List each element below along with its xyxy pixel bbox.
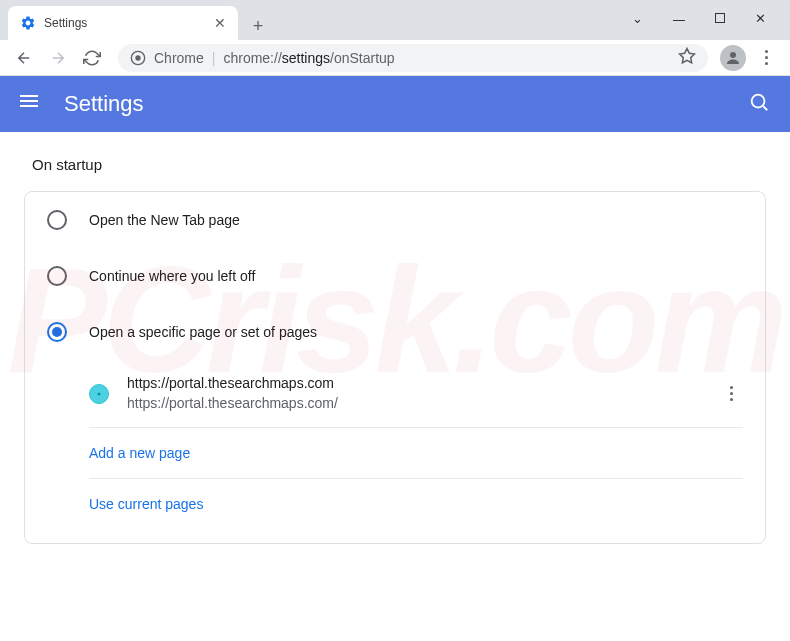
reload-button[interactable] <box>78 44 106 72</box>
startup-card: Open the New Tab page Continue where you… <box>24 191 766 544</box>
page-title: Settings <box>64 91 748 117</box>
window-controls: ⌄ ✕ <box>608 0 790 36</box>
option-continue[interactable]: Continue where you left off <box>25 248 765 304</box>
tab-title: Settings <box>44 16 206 30</box>
chevron-down-icon[interactable]: ⌄ <box>632 11 643 26</box>
settings-header: Settings <box>0 76 790 132</box>
browser-tab[interactable]: Settings ✕ <box>8 6 238 40</box>
svg-line-5 <box>763 106 767 110</box>
hamburger-icon[interactable] <box>20 92 44 116</box>
minimize-button[interactable] <box>673 20 685 21</box>
settings-content: On startup Open the New Tab page Continu… <box>0 132 790 544</box>
radio-icon <box>47 266 67 286</box>
svg-point-3 <box>730 52 736 58</box>
forward-button[interactable] <box>44 44 72 72</box>
bookmark-icon[interactable] <box>678 47 696 69</box>
add-page-link[interactable]: Add a new page <box>89 445 190 461</box>
svg-marker-2 <box>680 48 695 62</box>
page-title-text: https://portal.thesearchmaps.com <box>127 374 719 394</box>
svg-point-4 <box>752 95 765 108</box>
new-tab-button[interactable]: + <box>244 12 272 40</box>
page-info: https://portal.thesearchmaps.com https:/… <box>127 374 719 413</box>
option-label: Open a specific page or set of pages <box>89 324 317 340</box>
section-title: On startup <box>24 156 766 173</box>
back-button[interactable] <box>10 44 38 72</box>
browser-toolbar: Chrome|chrome://settings/onStartup <box>0 40 790 76</box>
page-url-text: https://portal.thesearchmaps.com/ <box>127 394 719 414</box>
browser-menu-button[interactable] <box>752 50 780 65</box>
site-favicon <box>89 384 109 404</box>
close-icon[interactable]: ✕ <box>214 15 226 31</box>
radio-icon <box>47 322 67 342</box>
startup-page-row: https://portal.thesearchmaps.com https:/… <box>89 360 743 428</box>
radio-icon <box>47 210 67 230</box>
maximize-button[interactable] <box>715 13 725 23</box>
use-current-row: Use current pages <box>89 479 743 529</box>
url-display: Chrome|chrome://settings/onStartup <box>154 50 395 66</box>
use-current-link[interactable]: Use current pages <box>89 496 203 512</box>
option-specific-pages[interactable]: Open a specific page or set of pages <box>25 304 765 360</box>
search-icon[interactable] <box>748 91 770 117</box>
option-label: Open the New Tab page <box>89 212 240 228</box>
option-new-tab[interactable]: Open the New Tab page <box>25 192 765 248</box>
window-close-button[interactable]: ✕ <box>755 11 766 26</box>
add-page-row: Add a new page <box>89 428 743 479</box>
profile-button[interactable] <box>720 45 746 71</box>
chrome-icon <box>130 50 146 66</box>
option-label: Continue where you left off <box>89 268 255 284</box>
gear-icon <box>20 15 36 31</box>
startup-pages-list: https://portal.thesearchmaps.com https:/… <box>25 360 765 543</box>
svg-point-1 <box>135 55 140 60</box>
page-menu-button[interactable] <box>719 386 743 401</box>
address-bar[interactable]: Chrome|chrome://settings/onStartup <box>118 44 708 72</box>
